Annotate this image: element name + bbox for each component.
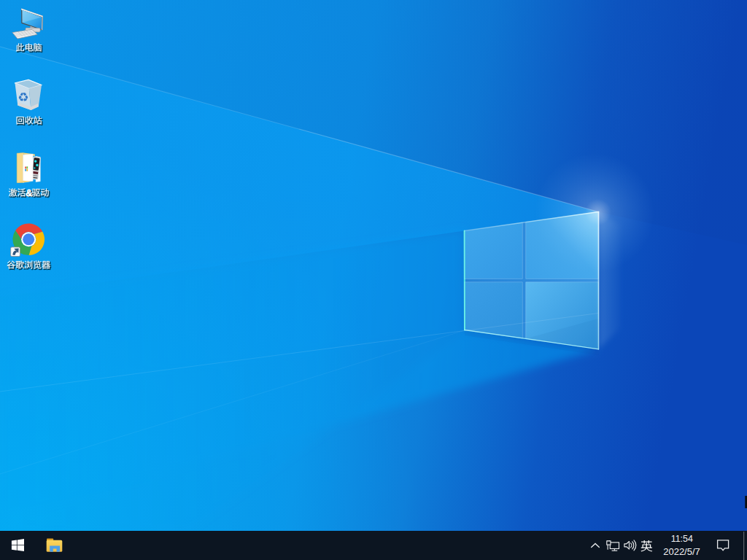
svg-text:&: & [26,188,33,198]
svg-text:11:54: 11:54 [671,534,693,544]
svg-text:2022/5/7: 2022/5/7 [663,546,700,557]
